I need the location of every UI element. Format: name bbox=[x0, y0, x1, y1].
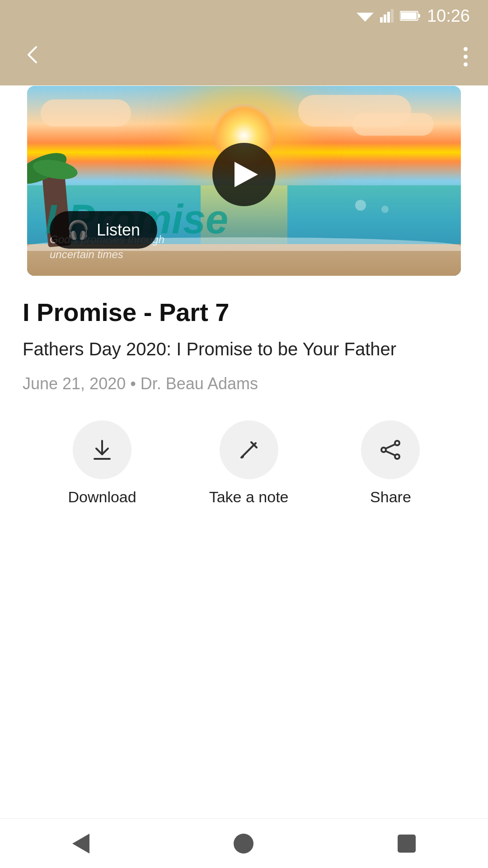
download-circle bbox=[73, 420, 131, 479]
nav-recents-button[interactable] bbox=[398, 835, 416, 853]
status-icons: 10:26 bbox=[357, 6, 470, 26]
share-label: Share bbox=[370, 488, 411, 506]
cloud-1 bbox=[41, 99, 131, 127]
share-icon bbox=[379, 439, 402, 461]
share-action[interactable]: Share bbox=[361, 420, 420, 506]
svg-line-14 bbox=[386, 444, 395, 448]
download-icon bbox=[91, 439, 113, 461]
sermon-meta: June 21, 2020 • Dr. Beau Adams bbox=[23, 374, 465, 393]
svg-rect-3 bbox=[387, 12, 390, 23]
status-time: 10:26 bbox=[427, 6, 470, 26]
cloud-3 bbox=[352, 113, 434, 136]
back-button[interactable] bbox=[20, 43, 43, 70]
nav-back-button[interactable] bbox=[72, 834, 89, 854]
play-button[interactable] bbox=[212, 143, 276, 206]
glare-dot-2 bbox=[381, 206, 389, 213]
note-label: Take a note bbox=[209, 488, 289, 506]
glare-dot-1 bbox=[355, 200, 366, 211]
wifi-icon bbox=[357, 9, 374, 23]
content-area: I Promise - Part 7 Fathers Day 2020: I P… bbox=[0, 276, 488, 524]
download-label: Download bbox=[68, 488, 136, 506]
more-options-button[interactable] bbox=[464, 47, 468, 66]
svg-rect-7 bbox=[418, 14, 420, 18]
bottom-navigation bbox=[0, 818, 488, 868]
sermon-title: I Promise - Part 7 bbox=[23, 298, 465, 326]
nav-home-button[interactable] bbox=[234, 834, 253, 854]
media-thumbnail: I Promise God's promises throughuncertai… bbox=[0, 81, 488, 276]
svg-rect-2 bbox=[384, 14, 386, 23]
play-triangle-icon bbox=[235, 162, 258, 187]
svg-rect-1 bbox=[380, 17, 383, 23]
svg-line-15 bbox=[386, 451, 395, 455]
svg-marker-0 bbox=[357, 13, 374, 22]
signal-icon bbox=[380, 9, 394, 23]
header bbox=[0, 32, 488, 81]
note-circle bbox=[220, 420, 278, 479]
battery-icon bbox=[400, 10, 421, 22]
listen-button[interactable]: 🎧 Listen bbox=[50, 211, 157, 249]
sermon-subtitle: Fathers Day 2020: I Promise to be Your F… bbox=[23, 337, 465, 361]
status-bar: 10:26 bbox=[0, 0, 488, 32]
listen-label: Listen bbox=[97, 221, 140, 240]
pencil-icon bbox=[238, 439, 260, 461]
svg-rect-6 bbox=[401, 12, 417, 19]
download-action[interactable]: Download bbox=[68, 420, 136, 506]
svg-rect-4 bbox=[391, 9, 394, 23]
headphone-icon: 🎧 bbox=[67, 219, 89, 241]
beach-scene-image: I Promise God's promises throughuncertai… bbox=[27, 86, 461, 276]
note-action[interactable]: Take a note bbox=[209, 420, 289, 506]
share-circle bbox=[361, 420, 420, 479]
action-buttons: Download Take a note bbox=[23, 420, 465, 506]
